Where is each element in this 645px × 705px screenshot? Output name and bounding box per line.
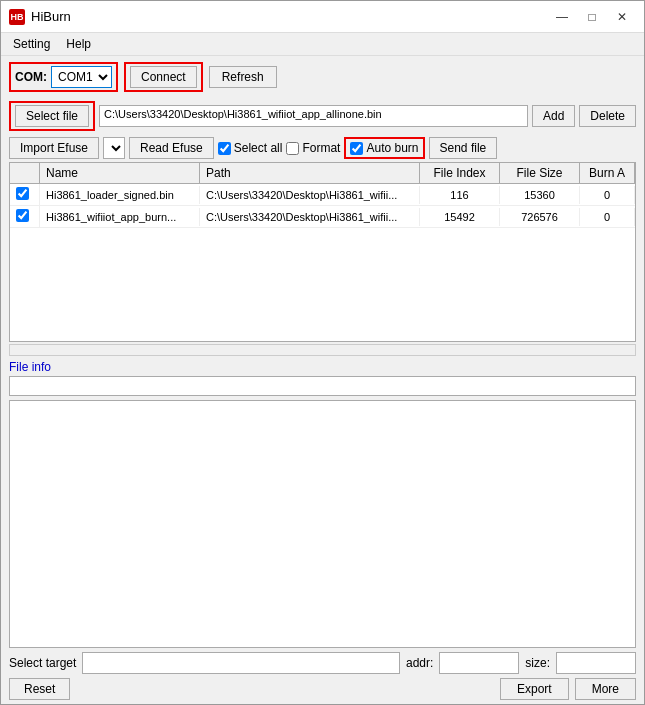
table-row: Hi3861_wifiiot_app_burn... C:\Users\3342… [10,206,635,228]
row1-file-size: 15360 [500,186,580,204]
send-file-button[interactable]: Send file [429,137,498,159]
window-title: HiBurn [31,9,71,24]
efuse-select[interactable] [103,137,125,159]
connect-button[interactable]: Connect [130,66,197,88]
format-checkbox[interactable] [286,142,299,155]
com-group: COM: COM1 [9,62,118,92]
maximize-button[interactable]: □ [578,7,606,27]
size-label: size: [525,656,550,670]
row1-path: C:\Users\33420\Desktop\Hi3861_wifii... [200,186,420,204]
read-efuse-button[interactable]: Read Efuse [129,137,214,159]
th-file-index: File Index [420,163,500,183]
file-info-bar [9,376,636,396]
addr-input[interactable] [439,652,519,674]
import-efuse-group: Import Efuse [9,137,125,159]
row2-burn-a: 0 [580,208,635,226]
close-button[interactable]: ✕ [608,7,636,27]
row1-file-index: 116 [420,186,500,204]
size-input[interactable] [556,652,636,674]
reset-button[interactable]: Reset [9,678,70,700]
row2-name: Hi3861_wifiiot_app_burn... [40,208,200,226]
th-name: Name [40,163,200,183]
select-all-checkbox[interactable] [218,142,231,155]
table-header: Name Path File Index File Size Burn A [10,163,635,184]
row1-checkbox[interactable] [16,187,29,200]
app-icon: HB [9,9,25,25]
toolbar-row-1: COM: COM1 Connect Refresh [1,56,644,98]
select-target-label: Select target [9,656,76,670]
com-label: COM: [15,70,47,84]
addr-label: addr: [406,656,433,670]
toolbar-row-2: Select file C:\Users\33420\Desktop\Hi386… [1,98,644,134]
more-button[interactable]: More [575,678,636,700]
bottom-bar: Select target addr: size: Reset Export M… [1,648,644,704]
main-window: HB HiBurn — □ ✕ Setting Help COM: COM1 C… [0,0,645,705]
title-bar: HB HiBurn — □ ✕ [1,1,644,33]
row2-check [10,206,40,227]
auto-burn-checkbox[interactable] [350,142,363,155]
export-button[interactable]: Export [500,678,569,700]
menu-help[interactable]: Help [58,35,99,53]
add-button[interactable]: Add [532,105,575,127]
select-file-group: Select file [9,101,95,131]
bottom-row-1: Select target addr: size: [9,652,636,674]
table-body: Hi3861_loader_signed.bin C:\Users\33420\… [10,184,635,341]
menubar: Setting Help [1,33,644,56]
th-file-size: File Size [500,163,580,183]
refresh-button[interactable]: Refresh [209,66,277,88]
table-row: Hi3861_loader_signed.bin C:\Users\33420\… [10,184,635,206]
title-bar-controls: — □ ✕ [548,7,636,27]
th-path: Path [200,163,420,183]
th-check [10,163,40,183]
toolbar-row-3: Import Efuse Read Efuse Select all Forma… [1,134,644,162]
file-path-display: C:\Users\33420\Desktop\Hi3861_wifiiot_ap… [99,105,528,127]
row2-file-size: 726576 [500,208,580,226]
select-file-button[interactable]: Select file [15,105,89,127]
delete-button[interactable]: Delete [579,105,636,127]
auto-burn-group: Auto burn [344,137,424,159]
title-bar-left: HB HiBurn [9,9,71,25]
row2-file-index: 15492 [420,208,500,226]
row2-path: C:\Users\33420\Desktop\Hi3861_wifii... [200,208,420,226]
format-label[interactable]: Format [286,141,340,155]
row1-check [10,184,40,205]
menu-setting[interactable]: Setting [5,35,58,53]
select-all-label[interactable]: Select all [218,141,283,155]
minimize-button[interactable]: — [548,7,576,27]
row1-burn-a: 0 [580,186,635,204]
import-efuse-button[interactable]: Import Efuse [9,137,99,159]
bottom-row-2: Reset Export More [9,678,636,700]
connect-group: Connect [124,62,203,92]
log-area[interactable] [9,400,636,648]
th-burn-a: Burn A [580,163,635,183]
row1-name: Hi3861_loader_signed.bin [40,186,200,204]
table-scrollbar[interactable] [9,344,636,356]
select-target-input[interactable] [82,652,400,674]
file-table: Name Path File Index File Size Burn A Hi… [9,162,636,342]
com-select[interactable]: COM1 [51,66,112,88]
row2-checkbox[interactable] [16,209,29,222]
file-info-label: File info [1,358,644,376]
